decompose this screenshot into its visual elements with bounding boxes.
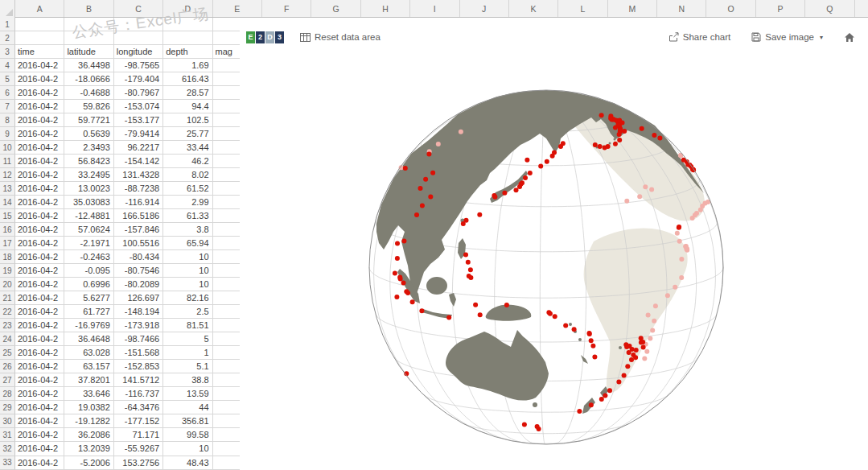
globe-chart[interactable] <box>240 18 868 470</box>
cell-A5[interactable]: 2016-04-2 <box>15 72 64 86</box>
cell-A10[interactable]: 2016-04-2 <box>15 141 64 155</box>
cell-A1[interactable] <box>15 18 64 31</box>
cell-C20[interactable]: -80.2089 <box>114 278 163 291</box>
cell-C4[interactable]: -98.7565 <box>114 59 163 72</box>
cell-D8[interactable]: 102.5 <box>163 113 212 127</box>
row-header-26[interactable]: 26 <box>0 360 15 373</box>
cell-B12[interactable]: 33.2495 <box>64 168 113 182</box>
row-header-3[interactable]: 3 <box>0 45 15 59</box>
cell-B24[interactable]: 36.4648 <box>64 332 113 346</box>
save-image-button[interactable]: Save image ▾ <box>751 32 823 42</box>
column-header-L[interactable]: L <box>558 0 607 17</box>
cell-C6[interactable]: -80.7967 <box>114 86 163 100</box>
cell-D32[interactable]: 10 <box>163 442 212 456</box>
row-header-21[interactable]: 21 <box>0 291 15 305</box>
row-header-28[interactable]: 28 <box>0 387 15 401</box>
cell-D23[interactable]: 81.51 <box>163 319 212 332</box>
cell-A6[interactable]: 2016-04-2 <box>15 86 64 100</box>
cell-D28[interactable]: 13.59 <box>163 387 212 401</box>
cell-C7[interactable]: -153.074 <box>114 100 163 113</box>
column-header-P[interactable]: P <box>756 0 805 17</box>
cell-D21[interactable]: 82.16 <box>163 291 212 305</box>
cell-C28[interactable]: -116.737 <box>114 387 163 401</box>
cell-A3[interactable]: time <box>15 45 64 59</box>
cell-C27[interactable]: 141.5712 <box>114 373 163 387</box>
cell-D17[interactable]: 65.94 <box>163 237 212 250</box>
cell-C9[interactable]: -79.9414 <box>114 127 163 141</box>
home-button[interactable] <box>844 32 855 43</box>
cell-B16[interactable]: 57.0624 <box>64 223 113 237</box>
cell-B29[interactable]: 19.0382 <box>64 401 113 414</box>
cell-A14[interactable]: 2016-04-2 <box>15 196 64 209</box>
column-header-A[interactable]: A <box>15 0 64 17</box>
cell-D15[interactable]: 61.33 <box>163 209 212 223</box>
column-header-Q[interactable]: Q <box>805 0 854 17</box>
cell-B23[interactable]: -16.9769 <box>64 319 113 332</box>
cell-C26[interactable]: -152.853 <box>114 360 163 373</box>
cell-B33[interactable]: -5.2006 <box>64 456 113 470</box>
cell-D31[interactable]: 99.58 <box>163 428 212 442</box>
cell-A21[interactable]: 2016-04-2 <box>15 291 64 305</box>
cell-C13[interactable]: -88.7238 <box>114 182 163 196</box>
cell-D9[interactable]: 25.77 <box>163 127 212 141</box>
row-header-30[interactable]: 30 <box>0 414 15 428</box>
cell-C5[interactable]: -179.404 <box>114 72 163 86</box>
cell-C30[interactable]: -177.152 <box>114 414 163 428</box>
cell-D19[interactable]: 10 <box>163 264 212 278</box>
cell-D12[interactable]: 8.02 <box>163 168 212 182</box>
cell-B5[interactable]: -18.0666 <box>64 72 113 86</box>
cell-A25[interactable]: 2016-04-2 <box>15 346 64 360</box>
row-header-4[interactable]: 4 <box>0 59 15 72</box>
cell-B7[interactable]: 59.826 <box>64 100 113 113</box>
column-header-D[interactable]: D <box>163 0 212 17</box>
cell-B6[interactable]: -0.4688 <box>64 86 113 100</box>
cell-B28[interactable]: 33.646 <box>64 387 113 401</box>
cell-A13[interactable]: 2016-04-2 <box>15 182 64 196</box>
cell-A28[interactable]: 2016-04-2 <box>15 387 64 401</box>
cell-A26[interactable]: 2016-04-2 <box>15 360 64 373</box>
cell-C25[interactable]: -151.568 <box>114 346 163 360</box>
cell-C8[interactable]: -153.177 <box>114 113 163 127</box>
cell-B14[interactable]: 35.03083 <box>64 196 113 209</box>
cell-C10[interactable]: 96.2217 <box>114 141 163 155</box>
cell-D1[interactable] <box>163 18 212 31</box>
row-header-17[interactable]: 17 <box>0 237 15 250</box>
cell-D10[interactable]: 33.44 <box>163 141 212 155</box>
row-header-1[interactable]: 1 <box>0 18 15 31</box>
cell-B17[interactable]: -2.1971 <box>64 237 113 250</box>
cell-A23[interactable]: 2016-04-2 <box>15 319 64 332</box>
column-header-N[interactable]: N <box>657 0 706 17</box>
row-header-19[interactable]: 19 <box>0 264 15 278</box>
cell-A11[interactable]: 2016-04-2 <box>15 155 64 168</box>
cell-C15[interactable]: 166.5186 <box>114 209 163 223</box>
cell-A18[interactable]: 2016-04-2 <box>15 250 64 264</box>
row-header-18[interactable]: 18 <box>0 250 15 264</box>
cell-D11[interactable]: 46.2 <box>163 155 212 168</box>
cell-D2[interactable] <box>163 31 212 45</box>
cell-C21[interactable]: 126.697 <box>114 291 163 305</box>
row-header-8[interactable]: 8 <box>0 113 15 127</box>
cell-B15[interactable]: -12.4881 <box>64 209 113 223</box>
cell-A33[interactable]: 2016-04-2 <box>15 456 64 470</box>
cell-C19[interactable]: -80.7546 <box>114 264 163 278</box>
cell-A19[interactable]: 2016-04-2 <box>15 264 64 278</box>
cell-C11[interactable]: -154.142 <box>114 155 163 168</box>
row-header-5[interactable]: 5 <box>0 72 15 86</box>
column-header-I[interactable]: I <box>410 0 459 17</box>
cell-B19[interactable]: -0.095 <box>64 264 113 278</box>
cell-B13[interactable]: 13.0023 <box>64 182 113 196</box>
row-header-29[interactable]: 29 <box>0 401 15 414</box>
row-header-7[interactable]: 7 <box>0 100 15 113</box>
cell-B8[interactable]: 59.7721 <box>64 113 113 127</box>
cell-D6[interactable]: 28.57 <box>163 86 212 100</box>
row-header-13[interactable]: 13 <box>0 182 15 196</box>
cell-B31[interactable]: 36.2086 <box>64 428 113 442</box>
cell-D18[interactable]: 10 <box>163 250 212 264</box>
row-header-33[interactable]: 33 <box>0 456 15 470</box>
cell-A30[interactable]: 2016-04-2 <box>15 414 64 428</box>
cell-C23[interactable]: -173.918 <box>114 319 163 332</box>
row-header-22[interactable]: 22 <box>0 305 15 319</box>
cell-D14[interactable]: 2.99 <box>163 196 212 209</box>
cell-B27[interactable]: 37.8201 <box>64 373 113 387</box>
cell-C14[interactable]: -116.914 <box>114 196 163 209</box>
